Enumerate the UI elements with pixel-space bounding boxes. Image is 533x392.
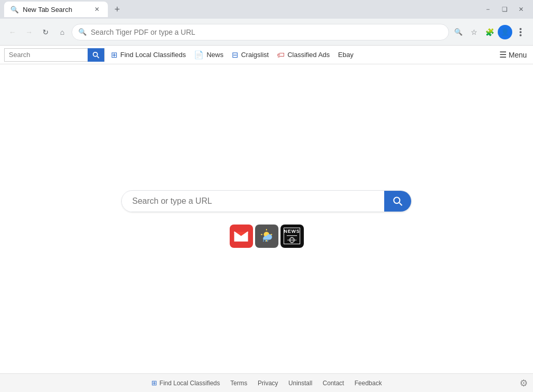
maximize-button[interactable]: ❑	[497, 2, 512, 17]
footer-link-find-local-classifieds[interactable]: ⊞ Find Local Classifieds	[151, 379, 220, 387]
tab-search-icon: 🔍	[10, 6, 19, 13]
footer-link-uninstall[interactable]: Uninstall	[288, 380, 312, 387]
svg-line-3	[399, 203, 402, 205]
main-content: NEWS	[0, 64, 533, 373]
profile-button[interactable]: 👤	[498, 25, 512, 39]
toolbar-link-classified-ads[interactable]: 🏷 Classified Ads	[273, 50, 334, 59]
active-tab[interactable]: 🔍 New Tab Search ✕	[4, 2, 108, 17]
toolbar-craigslist-label: Craigslist	[241, 51, 269, 59]
footer-contact-label: Contact	[322, 380, 344, 387]
toolbar-ebay-label: Ebay	[338, 51, 354, 59]
window-controls: − ❑ ✕	[480, 2, 529, 17]
toolbar-link-find-local-classifieds[interactable]: ⊞ Find Local Classifieds	[107, 50, 190, 60]
footer-link-contact[interactable]: Contact	[322, 380, 344, 387]
toolbar-search-box[interactable]	[4, 48, 105, 62]
footer-feedback-label: Feedback	[355, 380, 382, 387]
refresh-button[interactable]: ↻	[38, 25, 53, 39]
browser-menu-button[interactable]	[513, 25, 528, 39]
footer-uninstall-label: Uninstall	[288, 380, 312, 387]
svg-point-2	[394, 197, 400, 203]
toolbar-news-label: News	[206, 51, 223, 59]
footer: ⊞ Find Local Classifieds Terms Privacy U…	[0, 373, 533, 392]
menu-dot	[520, 34, 522, 36]
address-input[interactable]	[91, 28, 442, 36]
footer-classifieds-label: Find Local Classifieds	[160, 380, 220, 387]
svg-point-0	[93, 52, 97, 56]
gmail-app-icon[interactable]	[230, 225, 253, 248]
main-search-button[interactable]	[384, 191, 411, 212]
address-search-icon: 🔍	[78, 28, 87, 36]
menu-dot	[520, 31, 522, 33]
footer-settings-button[interactable]: ⚙	[520, 377, 528, 389]
news-app-icon[interactable]: NEWS	[280, 225, 304, 248]
toolbar-search-input[interactable]	[5, 51, 88, 59]
zoom-button[interactable]: 🔍	[451, 25, 466, 39]
address-bar[interactable]: 🔍	[72, 24, 449, 40]
app-icons-row: NEWS	[230, 225, 304, 248]
toolbar-menu-button[interactable]: ☰ Menu	[495, 50, 531, 60]
svg-line-1	[97, 56, 99, 58]
toolbar-link-news[interactable]: 📄 News	[190, 50, 228, 60]
browser-action-buttons: 🔍 ☆ 🧩 👤	[451, 25, 528, 39]
title-bar: 🔍 New Tab Search ✕ + − ❑ ✕	[0, 0, 533, 19]
tab-title: New Tab Search	[23, 6, 72, 13]
toolbar-link-ebay[interactable]: Ebay	[334, 51, 358, 59]
new-tab-button[interactable]: +	[110, 2, 124, 17]
toolbar-link-craigslist[interactable]: ⊟ Craigslist	[228, 50, 273, 60]
footer-privacy-label: Privacy	[258, 380, 278, 387]
toolbar-menu-label: Menu	[509, 51, 527, 59]
main-search-input[interactable]	[122, 191, 384, 212]
news-toolbar-icon: 📄	[194, 50, 204, 60]
classified-ads-icon: 🏷	[277, 50, 285, 59]
extensions-button[interactable]: 🧩	[482, 25, 497, 39]
weather-app-icon[interactable]	[255, 225, 278, 248]
forward-button[interactable]: →	[22, 25, 36, 39]
menu-lines-icon: ☰	[499, 50, 507, 60]
toolbar-search-button[interactable]	[88, 48, 104, 62]
craigslist-icon: ⊟	[232, 50, 239, 60]
minimize-button[interactable]: −	[480, 2, 496, 17]
footer-terms-label: Terms	[230, 380, 247, 387]
footer-link-privacy[interactable]: Privacy	[258, 380, 278, 387]
tab-close-button[interactable]: ✕	[92, 5, 102, 14]
main-search-box[interactable]	[121, 190, 412, 212]
home-button[interactable]: ⌂	[55, 25, 69, 39]
back-button[interactable]: ←	[5, 25, 20, 39]
toolbar-classified-ads-label: Classified Ads	[287, 51, 330, 59]
footer-classifieds-icon: ⊞	[151, 379, 157, 387]
toolbar-classifieds-label: Find Local Classifieds	[120, 51, 186, 59]
footer-link-terms[interactable]: Terms	[230, 380, 247, 387]
footer-link-feedback[interactable]: Feedback	[355, 380, 382, 387]
classifieds-icon: ⊞	[111, 50, 118, 60]
bookmark-button[interactable]: ☆	[467, 25, 481, 39]
toolbar: ⊞ Find Local Classifieds 📄 News ⊟ Craigs…	[0, 46, 533, 64]
address-bar-row: ← → ↻ ⌂ 🔍 🔍 ☆ 🧩 👤	[0, 19, 533, 46]
close-button[interactable]: ✕	[513, 2, 529, 17]
menu-dot	[520, 28, 522, 30]
